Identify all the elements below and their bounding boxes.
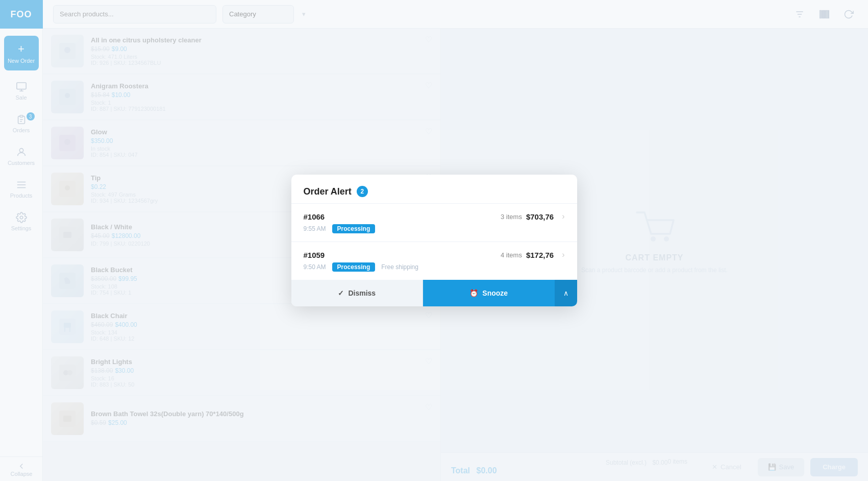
dismiss-button[interactable]: ✓ Dismiss <box>291 280 424 306</box>
order-left: #1059 <box>304 251 325 259</box>
status-badge: Processing <box>332 224 376 233</box>
modal-badge: 2 <box>357 186 368 197</box>
modal-body: #1066 3 items $703,76 › 9:55 AM Processi… <box>291 204 577 280</box>
chevron-up-icon: ∧ <box>563 289 568 297</box>
checkmark-icon: ✓ <box>338 289 344 297</box>
order-alert-modal: Order Alert 2 #1066 3 items $703,76 › 9:… <box>291 175 577 306</box>
order-id: #1066 <box>304 212 325 221</box>
order-shipping: Free shipping <box>381 263 418 271</box>
order-right: 4 items $172,76 › <box>501 250 564 259</box>
order-right: 3 items $703,76 › <box>501 212 564 221</box>
order-items: 4 items <box>501 251 522 259</box>
order-sub: 9:50 AM Processing Free shipping <box>304 262 565 272</box>
snooze-button[interactable]: ⏰ Snooze <box>423 280 555 306</box>
modal-overlay: Order Alert 2 #1066 3 items $703,76 › 9:… <box>0 0 868 481</box>
order-left: #1066 <box>304 212 325 221</box>
order-time: 9:55 AM <box>304 225 326 232</box>
modal-header: Order Alert 2 <box>291 175 577 204</box>
order-amount: $172,76 <box>526 251 554 259</box>
snooze-icon: ⏰ <box>469 289 478 297</box>
order-items: 3 items <box>501 213 522 221</box>
order-sub: 9:55 AM Processing <box>304 224 565 233</box>
order-row-1066: #1066 3 items $703,76 › 9:55 AM Processi… <box>291 204 577 242</box>
order-chevron-icon[interactable]: › <box>562 212 564 221</box>
modal-title: Order Alert <box>304 186 352 197</box>
status-badge: Processing <box>332 262 376 272</box>
order-time: 9:50 AM <box>304 263 326 271</box>
order-chevron-icon[interactable]: › <box>562 250 564 259</box>
modal-footer: ✓ Dismiss ⏰ Snooze ∧ <box>291 280 577 306</box>
order-row-1059: #1059 4 items $172,76 › 9:50 AM Processi… <box>291 242 577 280</box>
order-id: #1059 <box>304 251 325 259</box>
order-row-main: #1059 4 items $172,76 › <box>304 250 565 259</box>
snooze-expand-button[interactable]: ∧ <box>555 280 577 306</box>
order-amount: $703,76 <box>526 212 554 221</box>
order-row-main: #1066 3 items $703,76 › <box>304 212 565 221</box>
